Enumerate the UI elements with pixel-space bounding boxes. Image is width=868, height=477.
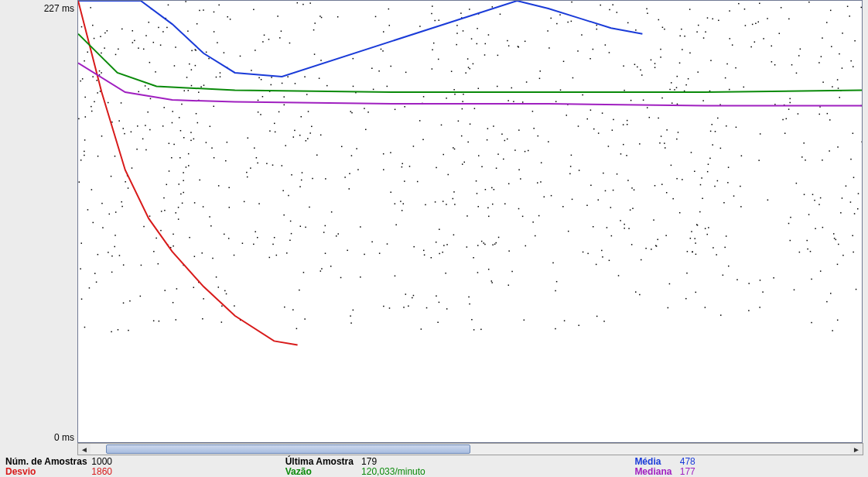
svg-rect-549	[853, 132, 854, 134]
svg-rect-800	[229, 207, 231, 208]
svg-rect-627	[96, 282, 97, 283]
svg-rect-591	[550, 18, 552, 19]
svg-rect-347	[91, 106, 92, 108]
svg-rect-313	[596, 29, 598, 30]
svg-rect-332	[587, 253, 589, 255]
svg-rect-52	[422, 139, 424, 140]
svg-rect-407	[291, 233, 292, 235]
svg-rect-210	[357, 169, 359, 170]
svg-rect-23	[264, 35, 265, 36]
svg-rect-887	[325, 225, 326, 227]
svg-rect-486	[203, 9, 204, 11]
svg-rect-344	[458, 121, 460, 122]
svg-rect-835	[111, 176, 112, 177]
svg-rect-161	[600, 5, 601, 6]
svg-rect-243	[504, 140, 506, 142]
svg-rect-74	[145, 125, 146, 126]
svg-rect-687	[383, 306, 384, 307]
svg-rect-757	[518, 169, 520, 170]
svg-rect-614	[183, 180, 184, 181]
svg-rect-860	[102, 227, 104, 228]
svg-rect-219	[807, 249, 808, 250]
scroll-left-button[interactable]: ◄	[78, 444, 91, 455]
svg-rect-673	[491, 280, 493, 282]
svg-rect-206	[677, 76, 678, 77]
scroll-thumb[interactable]	[106, 444, 470, 454]
svg-rect-223	[525, 41, 526, 43]
svg-rect-48	[640, 70, 641, 71]
yaxis-tick-min: 0 ms	[54, 432, 74, 443]
svg-rect-263	[281, 30, 282, 32]
svg-rect-768	[169, 142, 170, 144]
svg-rect-153	[759, 3, 760, 5]
svg-rect-250	[796, 183, 798, 184]
svg-rect-778	[485, 43, 487, 45]
svg-rect-531	[786, 118, 788, 120]
svg-rect-589	[202, 318, 203, 320]
horizontal-scrollbar[interactable]: ◄ ►	[77, 443, 863, 455]
svg-rect-93	[341, 146, 343, 147]
svg-rect-636	[203, 206, 204, 208]
svg-rect-117	[822, 37, 823, 39]
svg-rect-364	[96, 80, 97, 81]
svg-rect-806	[196, 23, 198, 25]
svg-rect-339	[598, 132, 600, 134]
svg-rect-437	[293, 136, 295, 138]
scroll-track[interactable]	[91, 444, 850, 455]
svg-rect-450	[462, 108, 463, 110]
svg-rect-619	[487, 128, 489, 129]
jmeter-graph-panel: 227 ms 0 ms ◄ ► Núm. de Amostras 1000 Úl…	[0, 0, 868, 477]
svg-rect-156	[256, 157, 258, 159]
svg-rect-306	[713, 247, 714, 249]
svg-rect-356	[850, 159, 852, 160]
svg-rect-366	[282, 83, 283, 84]
svg-rect-895	[485, 189, 487, 190]
svg-rect-817	[762, 291, 764, 293]
svg-rect-423	[582, 94, 583, 96]
svg-rect-507	[305, 227, 306, 228]
svg-rect-543	[634, 64, 636, 66]
svg-rect-287	[413, 295, 415, 297]
svg-rect-340	[182, 203, 183, 204]
svg-rect-592	[853, 66, 854, 67]
svg-rect-864	[524, 320, 525, 321]
svg-rect-859	[417, 181, 419, 183]
svg-rect-225	[634, 189, 635, 190]
svg-rect-544	[240, 56, 241, 57]
svg-rect-15	[771, 61, 773, 63]
svg-rect-655	[555, 290, 556, 292]
svg-rect-279	[833, 233, 835, 235]
svg-rect-331	[728, 266, 730, 267]
svg-rect-357	[665, 147, 666, 149]
svg-rect-825	[632, 208, 634, 209]
svg-rect-617	[501, 133, 503, 135]
svg-rect-105	[320, 135, 322, 136]
svg-rect-385	[732, 44, 733, 46]
svg-rect-37	[729, 10, 730, 12]
svg-rect-232	[566, 115, 568, 116]
svg-rect-850	[228, 187, 230, 189]
yaxis-tick-max: 227 ms	[44, 3, 74, 14]
svg-rect-770	[194, 256, 196, 257]
svg-rect-862	[578, 125, 579, 127]
svg-rect-570	[121, 206, 123, 208]
svg-rect-603	[660, 49, 661, 50]
scroll-right-button[interactable]: ►	[850, 444, 863, 455]
svg-rect-209	[80, 242, 82, 244]
svg-rect-254	[158, 263, 159, 265]
svg-rect-244	[262, 96, 264, 98]
svg-rect-329	[481, 241, 483, 242]
svg-rect-808	[84, 327, 86, 328]
svg-rect-472	[496, 167, 497, 169]
svg-rect-653	[700, 184, 702, 186]
svg-rect-418	[198, 91, 200, 93]
svg-rect-72	[729, 89, 730, 91]
svg-rect-222	[532, 221, 534, 223]
svg-rect-155	[861, 7, 862, 9]
svg-rect-873	[287, 76, 289, 77]
svg-rect-588	[286, 252, 288, 254]
svg-rect-70	[261, 79, 262, 81]
svg-rect-809	[254, 147, 255, 149]
svg-rect-127	[605, 190, 607, 192]
svg-rect-604	[548, 47, 550, 49]
